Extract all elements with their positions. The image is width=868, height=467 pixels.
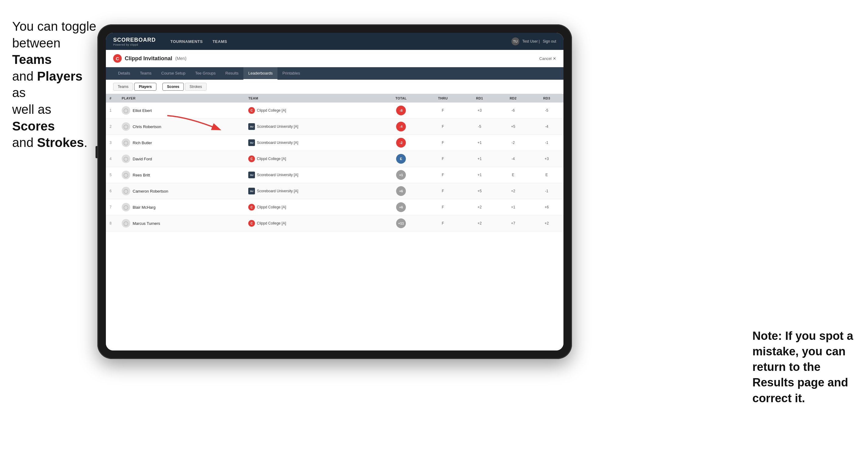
cell-rank: 3: [106, 135, 118, 151]
col-rank: #: [106, 94, 118, 102]
team-name: Clippd College [A]: [257, 157, 286, 161]
cell-player: ◯ Blair McHarg: [118, 199, 245, 215]
col-thru: THRU: [423, 94, 463, 102]
cell-rd3: -4: [530, 119, 563, 135]
right-annotation: Note: If you spot a mistake, you can ret…: [752, 328, 856, 406]
cell-thru: F: [423, 199, 463, 215]
score-badge: -2: [396, 138, 406, 148]
player-avatar: ◯: [122, 155, 130, 163]
cell-rd2: +7: [496, 215, 530, 231]
tab-details[interactable]: Details: [113, 67, 135, 80]
cell-rd3: -1: [530, 135, 563, 151]
cell-rd3: +6: [530, 199, 563, 215]
cell-rank: 2: [106, 119, 118, 135]
team-logo: C: [248, 155, 255, 162]
tournament-header: C Clippd Invitational (Men) Cancel ✕: [106, 50, 563, 67]
score-badge: +6: [396, 186, 406, 196]
cell-team: CClippd College [A]: [245, 102, 379, 119]
user-avatar: TU: [512, 37, 519, 45]
col-rd3: RD3: [530, 94, 563, 102]
team-logo: SU: [248, 123, 255, 130]
score-badge: +11: [396, 218, 406, 228]
team-logo: SU: [248, 188, 255, 194]
tournament-icon: C: [113, 54, 122, 63]
player-name: Cameron Robertson: [133, 189, 168, 193]
player-avatar: ◯: [122, 122, 130, 131]
cell-team: CClippd College [A]: [245, 199, 379, 215]
nav-link-teams[interactable]: TEAMS: [208, 33, 232, 50]
team-name: Clippd College [A]: [257, 108, 286, 113]
cell-rd3: +3: [530, 151, 563, 167]
cell-rd2: +5: [496, 119, 530, 135]
cell-rd2: -4: [496, 151, 530, 167]
cell-rd1: +2: [463, 199, 496, 215]
cancel-button[interactable]: Cancel ✕: [539, 56, 556, 61]
player-avatar: ◯: [122, 203, 130, 212]
cell-rd3: -5: [530, 102, 563, 119]
tournament-name: Clippd Invitational: [125, 55, 172, 62]
player-avatar: ◯: [122, 171, 130, 179]
user-name: Test User |: [522, 39, 540, 43]
col-rd2: RD2: [496, 94, 530, 102]
player-name: Marcus Turners: [133, 221, 160, 226]
tab-course-setup[interactable]: Course Setup: [156, 67, 190, 80]
nav-right: TU Test User | Sign out: [512, 37, 556, 45]
table-row: 6 ◯ Cameron Robertson SUScoreboard Unive…: [106, 183, 563, 199]
team-name: Clippd College [A]: [257, 221, 286, 225]
top-nav: SCOREBOARD Powered by clippd TOURNAMENTS…: [106, 33, 563, 50]
player-avatar: ◯: [122, 138, 130, 147]
score-badge: +1: [396, 170, 406, 180]
left-annotation: You can toggle between Teams and Players…: [12, 18, 97, 151]
cell-player: ◯ Rich Butler: [118, 135, 245, 151]
player-name: Rees Britt: [133, 173, 150, 177]
cell-team: SUScoreboard University [A]: [245, 167, 379, 183]
cell-team: SUScoreboard University [A]: [245, 183, 379, 199]
team-name: Scoreboard University [A]: [257, 124, 298, 129]
toggle-players-button[interactable]: Players: [134, 83, 156, 91]
tab-results[interactable]: Results: [221, 67, 243, 80]
cell-total: -8: [379, 102, 423, 119]
cell-rd2: -2: [496, 135, 530, 151]
cell-thru: F: [423, 151, 463, 167]
cell-player: ◯ Chris Robertson: [118, 119, 245, 135]
cell-rd1: +2: [463, 215, 496, 231]
cell-thru: F: [423, 183, 463, 199]
tab-teams[interactable]: Teams: [135, 67, 156, 80]
cell-rank: 5: [106, 167, 118, 183]
sign-out-link[interactable]: Sign out: [543, 39, 556, 43]
team-logo: C: [248, 204, 255, 211]
cell-thru: F: [423, 167, 463, 183]
col-total: TOTAL: [379, 94, 423, 102]
team-logo: C: [248, 107, 255, 114]
player-name: Elliot Ebert: [133, 108, 152, 113]
player-name: David Ford: [133, 157, 152, 161]
toggle-strokes-button[interactable]: Strokes: [185, 83, 207, 91]
cell-thru: F: [423, 119, 463, 135]
tab-tee-groups[interactable]: Tee Groups: [190, 67, 221, 80]
team-name: Scoreboard University [A]: [257, 141, 298, 145]
tablet-screen: SCOREBOARD Powered by clippd TOURNAMENTS…: [106, 33, 563, 350]
cell-total: +6: [379, 199, 423, 215]
player-avatar: ◯: [122, 187, 130, 195]
cell-player: ◯ David Ford: [118, 151, 245, 167]
sub-toggle-bar: Teams Players Scores Strokes: [106, 80, 563, 94]
cell-player: ◯ Elliot Ebert: [118, 102, 245, 119]
toggle-teams-button[interactable]: Teams: [113, 83, 133, 91]
cell-rd1: +3: [463, 102, 496, 119]
cell-rd2: +2: [496, 183, 530, 199]
tab-printables[interactable]: Printables: [277, 67, 305, 80]
cell-rd1: +5: [463, 183, 496, 199]
player-avatar: ◯: [122, 106, 130, 115]
table-row: 2 ◯ Chris Robertson SUScoreboard Univers…: [106, 119, 563, 135]
cell-player: ◯ Marcus Turners: [118, 215, 245, 231]
cell-total: -4: [379, 119, 423, 135]
nav-link-tournaments[interactable]: TOURNAMENTS: [165, 33, 208, 50]
score-badge: E: [396, 154, 406, 164]
table-body: 1 ◯ Elliot Ebert CClippd College [A]-8F+…: [106, 102, 563, 231]
cell-thru: F: [423, 215, 463, 231]
team-logo: SU: [248, 139, 255, 146]
team-logo: SU: [248, 172, 255, 178]
toggle-scores-button[interactable]: Scores: [162, 83, 184, 91]
table-row: 3 ◯ Rich Butler SUScoreboard University …: [106, 135, 563, 151]
tab-leaderboards[interactable]: Leaderboards: [243, 67, 277, 80]
